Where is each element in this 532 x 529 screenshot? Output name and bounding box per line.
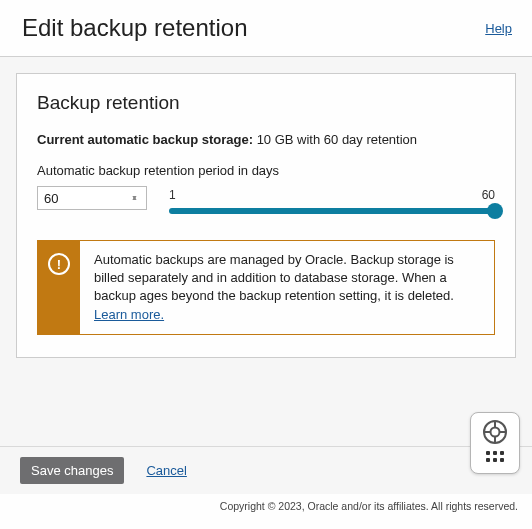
cancel-link[interactable]: Cancel: [146, 463, 186, 478]
panel-title: Backup retention: [37, 92, 495, 114]
slider-label: Automatic backup retention period in day…: [37, 163, 495, 178]
notice-text: Automatic backups are managed by Oracle.…: [94, 252, 454, 303]
retention-slider[interactable]: [169, 208, 495, 214]
notice-gutter: !: [38, 241, 80, 334]
storage-summary: Current automatic backup storage: 10 GB …: [37, 132, 495, 147]
slider-thumb[interactable]: [487, 203, 503, 219]
info-notice: ! Automatic backups are managed by Oracl…: [37, 240, 495, 335]
storage-label: Current automatic backup storage:: [37, 132, 253, 147]
page-title: Edit backup retention: [22, 14, 247, 42]
retention-days-value: 60: [44, 191, 58, 206]
slider-max: 60: [482, 188, 495, 202]
apps-grid-icon[interactable]: [484, 451, 506, 467]
help-link[interactable]: Help: [485, 21, 512, 36]
retention-days-input[interactable]: 60 ▲▼: [37, 186, 147, 210]
help-dock: [470, 412, 520, 474]
lifebuoy-icon[interactable]: [482, 419, 508, 445]
backup-retention-panel: Backup retention Current automatic backu…: [16, 73, 516, 358]
storage-value: 10 GB with 60 day retention: [257, 132, 417, 147]
learn-more-link[interactable]: Learn more.: [94, 307, 164, 322]
info-icon: !: [48, 253, 70, 275]
copyright: Copyright © 2023, Oracle and/or its affi…: [0, 494, 532, 512]
slider-min: 1: [169, 188, 176, 202]
save-button[interactable]: Save changes: [20, 457, 124, 484]
svg-point-1: [491, 428, 500, 437]
